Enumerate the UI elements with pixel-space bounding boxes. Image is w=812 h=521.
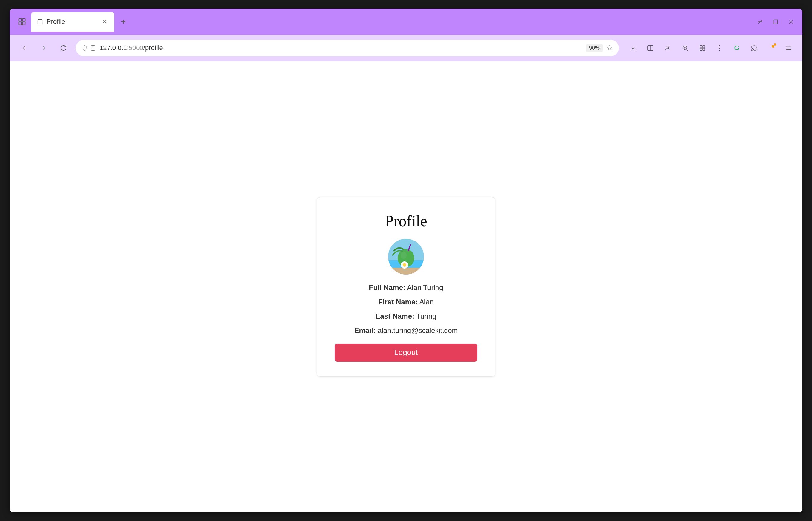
maximize-button[interactable]: [770, 16, 781, 27]
extensions-puzzle-icon[interactable]: [748, 41, 761, 54]
browser-window: Profile ✕ +: [9, 9, 803, 512]
profile-card: Profile: [317, 197, 495, 377]
back-button[interactable]: [17, 41, 31, 55]
last-name-label: Last Name:: [376, 312, 414, 320]
full-name-row: Full Name: Alan Turing: [369, 284, 443, 292]
svg-rect-1: [22, 19, 25, 21]
reload-button[interactable]: [56, 41, 71, 55]
extension-icon[interactable]: [696, 41, 709, 54]
zoom-level: 90%: [586, 44, 603, 52]
menu-icon[interactable]: [782, 41, 795, 54]
tab-title: Profile: [46, 18, 96, 26]
window-controls: [755, 16, 796, 27]
last-name-row: Last Name: Turing: [376, 312, 436, 320]
avatar-image: [388, 239, 424, 274]
svg-rect-27: [703, 48, 705, 50]
download-icon[interactable]: [627, 41, 640, 54]
profile-heading: Profile: [385, 212, 427, 230]
svg-rect-3: [22, 22, 25, 25]
svg-rect-2: [19, 22, 22, 25]
first-name-label: First Name:: [378, 298, 418, 306]
svg-rect-0: [19, 19, 22, 21]
url-display: 127.0.0.1:5000/profile: [99, 44, 583, 52]
email-label: Email:: [354, 326, 376, 334]
profile-fields: Full Name: Alan Turing First Name: Alan …: [335, 284, 477, 335]
split-view-icon[interactable]: [644, 41, 657, 54]
address-bar[interactable]: 127.0.0.1:5000/profile 90% ☆: [76, 40, 619, 56]
shield-icon: [82, 45, 88, 51]
svg-line-21: [686, 49, 688, 51]
last-name-value: Turing: [416, 312, 436, 320]
svg-rect-4: [38, 20, 42, 24]
svg-rect-10: [773, 20, 777, 24]
email-value: alan.turing@scalekit.com: [378, 326, 457, 334]
bookmark-button[interactable]: ☆: [606, 44, 613, 52]
profile-icon[interactable]: [661, 41, 674, 54]
svg-point-36: [401, 252, 407, 259]
toolbar-icons: ⋮ G: [627, 41, 795, 54]
email-row: Email: alan.turing@scalekit.com: [354, 326, 457, 335]
url-port: :5000: [127, 44, 143, 51]
avatar: [388, 239, 424, 274]
svg-rect-24: [700, 46, 702, 48]
new-tab-button[interactable]: +: [117, 15, 130, 28]
svg-point-45: [403, 263, 406, 267]
tab-group: Profile ✕ +: [16, 12, 752, 31]
minimize-button[interactable]: [755, 16, 766, 27]
grammarly-icon[interactable]: G: [730, 41, 743, 54]
svg-point-19: [667, 46, 669, 48]
security-icon-group: [82, 45, 96, 51]
full-name-value: Alan Turing: [407, 284, 443, 292]
forward-button[interactable]: [36, 41, 51, 55]
title-bar: Profile ✕ +: [9, 9, 803, 35]
zoom-icon[interactable]: [678, 41, 692, 54]
full-name-label: Full Name:: [369, 284, 405, 292]
tab-page-icon: [37, 19, 43, 25]
tab-close-button[interactable]: ✕: [100, 18, 109, 26]
svg-rect-25: [703, 46, 705, 48]
notification-icon[interactable]: [765, 41, 778, 54]
notification-dot: [773, 43, 777, 46]
page-icon: [90, 45, 96, 51]
first-name-row: First Name: Alan: [378, 298, 433, 306]
nav-bar: 127.0.0.1:5000/profile 90% ☆ ⋮ G: [9, 35, 803, 61]
logout-button[interactable]: Logout: [335, 344, 477, 362]
url-host: 127.0.0.1: [99, 44, 127, 51]
svg-rect-26: [700, 48, 702, 50]
url-path: /profile: [143, 44, 163, 51]
close-button[interactable]: [786, 16, 796, 27]
first-name-value: Alan: [420, 298, 434, 306]
page-content: Profile: [9, 61, 803, 512]
window-icon: [16, 15, 29, 28]
active-tab[interactable]: Profile ✕: [31, 12, 114, 31]
dots-menu-icon[interactable]: ⋮: [713, 41, 726, 54]
